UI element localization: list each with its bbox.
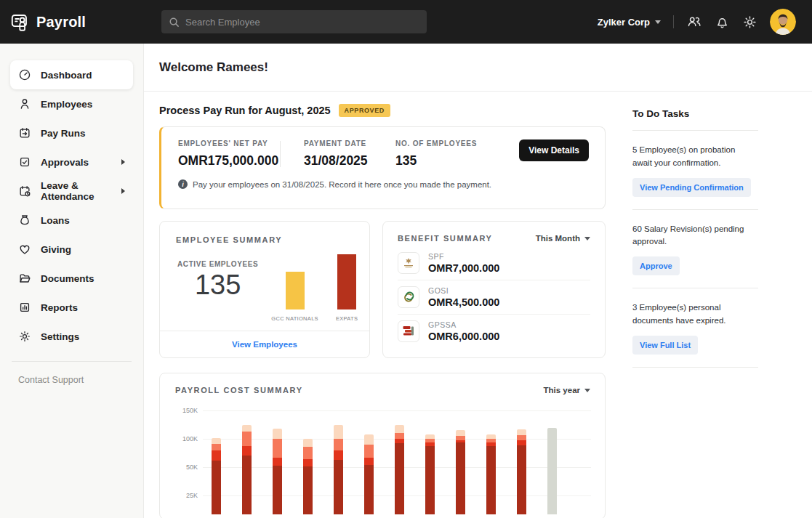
chart-bar-segment (486, 434, 496, 439)
payrun-card: EMPLOYEES' NET PAY OMR175,000.000 PAYMEN… (159, 126, 606, 209)
chevron-down-icon (584, 389, 590, 392)
chart-bar-segment (273, 439, 282, 458)
mini-bar-label: GCC NATIONALS (271, 315, 318, 322)
notifications-bell-icon[interactable] (715, 15, 730, 30)
org-name: Zylker Corp (598, 17, 650, 28)
chart-bar-segment (242, 446, 252, 456)
mini-bar-gcc-nationals: GCC NATIONALS (271, 272, 318, 322)
payrun-title: Process Pay Run for August, 2025 (159, 105, 331, 116)
reports-icon (18, 301, 31, 314)
stat-value: 135 (395, 153, 483, 169)
welcome-bar: Welcome Ramees! (144, 44, 812, 92)
payroll-cost-card: PAYROLL COST SUMMARY This year 150K100K5… (159, 373, 606, 518)
chevron-down-icon (655, 20, 661, 24)
payroll-period-select[interactable]: This year (544, 386, 591, 394)
stat-net-pay: EMPLOYEES' NET PAY OMR175,000.000 (178, 139, 280, 169)
benefit-summary-card: BENEFIT SUMMARY This Month (382, 221, 606, 358)
sidebar-item-label: Reports (41, 302, 78, 313)
benefit-value: OMR4,500.000 (428, 296, 499, 308)
chart-bar-segment (456, 430, 465, 436)
sidebar-item-loans[interactable]: Loans (10, 206, 133, 235)
todo-panel: To Do Tasks 5 Employee(s) on probation a… (632, 104, 771, 518)
employee-summary-title: EMPLOYEE SUMMARY (160, 222, 369, 244)
payrun-note: Pay your employees on 31/08/2025. Record… (193, 180, 491, 189)
sidebar-item-reports[interactable]: Reports (10, 293, 133, 322)
view-employees-link[interactable]: View Employees (232, 340, 297, 349)
sidebar-item-giving[interactable]: Giving (10, 235, 133, 264)
approvals-icon (18, 155, 31, 169)
sidebar-item-label: Dashboard (41, 70, 92, 81)
chart-bar-segment (242, 425, 252, 432)
dashboard-icon (18, 68, 31, 81)
chart-bar-segment (212, 461, 221, 514)
info-icon: i (178, 179, 188, 189)
chart-bar-segment (425, 442, 435, 446)
view-pending-confirmation-button[interactable]: View Pending Confirmation (632, 178, 751, 197)
chart-bar-segment (517, 429, 526, 436)
sidebar-item-pay-runs[interactable]: Pay Runs (10, 118, 133, 147)
sidebar-item-label: Pay Runs (41, 128, 86, 139)
gpssa-logo (398, 320, 419, 342)
period-value: This year (544, 386, 581, 394)
chart-bar-segment (273, 466, 282, 514)
topbar-divider (673, 15, 674, 28)
period-value: This Month (536, 234, 580, 243)
user-avatar[interactable] (770, 9, 796, 35)
settings-gear-icon (18, 330, 31, 343)
chart-bar-segment (212, 444, 221, 450)
sidebar-item-label: Loans (41, 215, 70, 226)
contact-support-link[interactable]: Contact Support (10, 368, 133, 392)
sidebar-item-label: Giving (41, 244, 71, 255)
sidebar-item-employees[interactable]: Employees (10, 89, 133, 118)
org-switcher[interactable]: Zylker Corp (598, 17, 661, 28)
chevron-down-icon (584, 237, 590, 240)
sidebar-item-approvals[interactable]: Approvals (10, 147, 133, 177)
stat-employee-count: NO. OF EMPLOYEES 135 (395, 139, 483, 169)
settings-gear-icon[interactable] (742, 15, 757, 30)
employee-search[interactable] (161, 10, 427, 33)
view-details-button[interactable]: View Details (519, 139, 589, 161)
view-full-list-button[interactable]: View Full List (632, 336, 698, 355)
sidebar-item-dashboard[interactable]: Dashboard (10, 60, 133, 89)
chart-bar-segment (242, 432, 252, 446)
main-content: Welcome Ramees! Process Pay Run for Augu… (144, 44, 812, 518)
sidebar-item-label: Leave & Attendance (41, 180, 112, 202)
sidebar-item-label: Settings (41, 331, 79, 342)
chart-bar-segment (517, 445, 526, 514)
stat-label: EMPLOYEES' NET PAY (178, 139, 280, 147)
topbar: Payroll Zylker Corp (0, 0, 812, 44)
chart-bar-segment (395, 433, 404, 439)
chart-bar-segment (303, 447, 313, 459)
approve-button[interactable]: Approve (632, 256, 680, 275)
chart-bar-segment (334, 460, 343, 514)
benefit-period-select[interactable]: This Month (536, 234, 590, 243)
stat-payment-date: PAYMENT DATE 31/08/2025 (281, 139, 395, 169)
sidebar-item-label: Employees (41, 99, 92, 110)
active-employees-label: ACTIVE EMPLOYEES (177, 260, 258, 268)
chart-bar-segment (364, 445, 374, 458)
chart-bar-projected (547, 428, 557, 514)
task-text: 60 Salary Revision(s) pending approval. (632, 223, 750, 249)
chart-bar-segment (425, 439, 435, 442)
chart-bar-segment (395, 439, 404, 443)
chart-bar-segment (395, 443, 404, 514)
employee-mini-chart: GCC NATIONALSEXPATS (271, 244, 358, 331)
users-icon[interactable] (686, 14, 702, 30)
sidebar-item-label: Approvals (41, 157, 89, 168)
chart-bar-segment (517, 440, 526, 445)
employees-icon (18, 97, 31, 110)
payroll-logo-icon (10, 12, 30, 32)
chart-gridline (203, 410, 591, 411)
task-text: 3 Employee(s) personal documents have ex… (632, 302, 750, 328)
search-input[interactable] (185, 17, 419, 28)
sidebar-item-settings[interactable]: Settings (10, 322, 133, 351)
benefit-value: OMR6,000.000 (428, 331, 499, 342)
chart-bar-segment (486, 442, 496, 446)
benefit-row-spf: SPF OMR7,000.000 (398, 246, 590, 280)
giving-heart-icon (18, 243, 31, 256)
sidebar-item-documents[interactable]: Documents (10, 264, 133, 293)
sidebar-item-leave-attendance[interactable]: Leave & Attendance (10, 177, 133, 206)
chart-bar-segment (425, 446, 435, 514)
employee-summary-card: EMPLOYEE SUMMARY ACTIVE EMPLOYEES 135 GC… (159, 221, 370, 358)
loans-icon (18, 214, 31, 227)
